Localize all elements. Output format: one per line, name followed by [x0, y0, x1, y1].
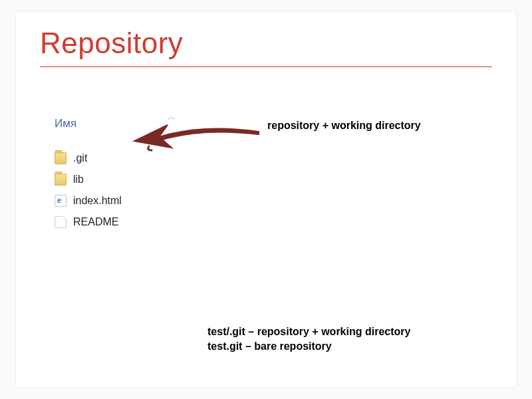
html-file-icon [55, 195, 66, 207]
footer-line-1: test/.git – repository + working directo… [207, 325, 410, 339]
folder-icon [55, 152, 66, 164]
generic-file-icon [55, 216, 66, 228]
file-name: .git [73, 152, 87, 164]
list-item: README [55, 211, 194, 233]
file-name: README [73, 216, 118, 228]
slide: Repository Имя ︿ .git lib index.html REA… [16, 12, 516, 387]
file-list: .git lib index.html README [55, 148, 194, 233]
file-name: index.html [73, 195, 122, 207]
file-name: lib [73, 174, 84, 186]
footer-notes: test/.git – repository + working directo… [207, 325, 410, 353]
list-item: index.html [55, 190, 194, 211]
arrow-icon [122, 118, 262, 152]
folder-icon [55, 174, 66, 186]
annotation-label: repository + working directory [267, 120, 421, 132]
list-item: lib [55, 169, 194, 190]
slide-title: Repository [40, 27, 183, 60]
title-divider [40, 66, 492, 67]
column-header-label: Имя [55, 117, 76, 130]
footer-line-2: test.git – bare repository [207, 339, 410, 354]
